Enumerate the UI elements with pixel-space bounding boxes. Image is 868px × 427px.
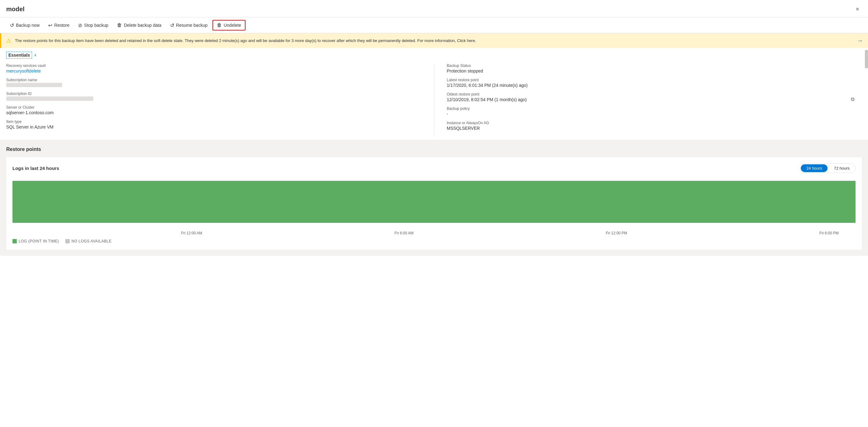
warning-icon: ⚠ <box>6 37 11 44</box>
backup-policy-value: - <box>447 112 862 116</box>
alert-banner: ⚠ The restore points for this backup ite… <box>0 33 868 48</box>
delete-backup-label: Delete backup data <box>124 23 161 28</box>
essentials-grid: Recovery services vault mercurysoftdelet… <box>6 63 862 135</box>
instance-value: MSSQLSERVER <box>447 126 862 131</box>
close-button[interactable]: × <box>853 4 862 14</box>
delete-backup-data-button[interactable]: 🗑 Delete backup data <box>113 21 165 30</box>
backup-status-label: Backup Status <box>447 63 862 68</box>
essentials-header[interactable]: Essentials ∧ <box>6 52 862 59</box>
oldest-restore-point-value: 12/10/2019, 8:02:54 PM (1 month(s) ago) <box>447 97 862 102</box>
chart-header: Logs in last 24 hours 24 hours 72 hours <box>12 163 856 173</box>
essentials-left-col: Recovery services vault mercurysoftdelet… <box>6 63 434 135</box>
chart-x-labels: Fri 12:00 AM Fri 6:00 AM Fri 12:00 PM Fr… <box>12 229 856 235</box>
essentials-section: Essentials ∧ Recovery services vault mer… <box>0 48 868 140</box>
stop-backup-icon: ⊘ <box>78 22 82 28</box>
instance-label: Instance or AlwaysOn AG <box>447 121 862 125</box>
chart-area: Fri 12:00 AM Fri 6:00 AM Fri 12:00 PM Fr… <box>12 179 856 235</box>
undelete-button[interactable]: 🗑 Undelete <box>213 20 245 30</box>
restore-button[interactable]: ↩ Restore <box>44 21 73 30</box>
window-title: model <box>6 6 25 13</box>
subscription-name-field: Subscription name <box>6 78 422 87</box>
stop-backup-label: Stop backup <box>84 23 108 28</box>
scrollbar-thumb[interactable] <box>865 50 868 68</box>
backup-policy-field: Backup policy - <box>447 106 862 116</box>
backup-now-label: Backup now <box>16 23 39 28</box>
alert-arrow-icon[interactable]: → <box>857 37 863 44</box>
recovery-vault-field: Recovery services vault mercurysoftdelet… <box>6 63 422 73</box>
x-label-0: Fri 12:00 AM <box>181 231 202 235</box>
server-cluster-label: Server or Cluster <box>6 105 422 110</box>
restore-points-section: Restore points Logs in last 24 hours 24 … <box>0 140 868 256</box>
instance-field: Instance or AlwaysOn AG MSSQLSERVER <box>447 121 862 131</box>
toolbar: ↺ Backup now ↩ Restore ⊘ Stop backup 🗑 D… <box>0 18 868 33</box>
server-cluster-value: sqlserver-1.contoso.com <box>6 110 422 115</box>
x-label-1: Fri 6:00 AM <box>395 231 413 235</box>
legend-no-logs-item: NO LOGS AVAILABLE <box>65 239 112 243</box>
copy-button[interactable]: ⧉ <box>850 95 856 103</box>
x-label-2: Fri 12:00 PM <box>606 231 627 235</box>
stop-backup-button[interactable]: ⊘ Stop backup <box>74 21 112 30</box>
subscription-name-label: Subscription name <box>6 78 422 82</box>
restore-label: Restore <box>54 23 69 28</box>
item-type-label: Item type <box>6 120 422 124</box>
legend-log-label: LOG (POINT IN TIME) <box>19 239 59 243</box>
svg-rect-0 <box>12 181 856 223</box>
chart-legend: LOG (POINT IN TIME) NO LOGS AVAILABLE <box>12 239 856 243</box>
delete-backup-icon: 🗑 <box>117 22 122 28</box>
essentials-title: Essentials <box>8 53 30 58</box>
undelete-label: Undelete <box>224 23 241 28</box>
legend-log-color <box>12 239 17 243</box>
scroll-container[interactable]: Essentials ∧ Recovery services vault mer… <box>0 48 868 427</box>
oldest-restore-point-label: Oldest restore point <box>447 92 862 96</box>
latest-restore-point-label: Latest restore point <box>447 78 862 82</box>
title-bar: model × <box>0 0 868 18</box>
subscription-id-value <box>6 96 93 101</box>
backup-status-field: Backup Status Protection stopped <box>447 63 862 73</box>
subscription-name-value <box>6 83 62 87</box>
subscription-id-label: Subscription ID <box>6 92 422 96</box>
oldest-restore-point-field: Oldest restore point 12/10/2019, 8:02:54… <box>447 92 862 102</box>
legend-log-item: LOG (POINT IN TIME) <box>12 239 59 243</box>
subscription-id-field: Subscription ID <box>6 92 422 101</box>
undelete-icon: 🗑 <box>217 22 222 28</box>
backup-policy-label: Backup policy <box>447 106 862 111</box>
item-type-value: SQL Server in Azure VM <box>6 124 422 129</box>
essentials-right-col: ⧉ Backup Status Protection stopped Lates… <box>434 63 862 135</box>
resume-backup-label: Resume backup <box>176 23 208 28</box>
chart-svg <box>12 179 856 229</box>
latest-restore-point-value: 1/17/2020, 6:01:34 PM (24 minute(s) ago) <box>447 83 862 88</box>
backup-now-button[interactable]: ↺ Backup now <box>6 21 43 30</box>
resume-backup-button[interactable]: ↺ Resume backup <box>166 21 211 30</box>
toggle-72h-button[interactable]: 72 hours <box>828 164 855 172</box>
alert-message: The restore points for this backup item … <box>15 38 853 43</box>
time-toggle: 24 hours 72 hours <box>800 163 856 173</box>
backup-now-icon: ↺ <box>10 22 14 28</box>
resume-backup-icon: ↺ <box>170 22 174 28</box>
item-type-field: Item type SQL Server in Azure VM <box>6 120 422 129</box>
restore-points-title: Restore points <box>6 147 862 152</box>
backup-status-value: Protection stopped <box>447 68 862 73</box>
essentials-dashed-box: Essentials <box>6 52 32 59</box>
essentials-chevron-icon: ∧ <box>34 53 37 57</box>
restore-icon: ↩ <box>48 22 52 28</box>
x-label-3: Fri 6:00 PM <box>819 231 839 235</box>
recovery-vault-label: Recovery services vault <box>6 63 422 68</box>
chart-container: Logs in last 24 hours 24 hours 72 hours … <box>6 157 862 250</box>
legend-no-logs-label: NO LOGS AVAILABLE <box>71 239 112 243</box>
server-cluster-field: Server or Cluster sqlserver-1.contoso.co… <box>6 105 422 115</box>
main-window: model × ↺ Backup now ↩ Restore ⊘ Stop ba… <box>0 0 868 427</box>
toggle-24h-button[interactable]: 24 hours <box>801 164 828 172</box>
legend-no-logs-color <box>65 239 70 243</box>
latest-restore-point-field: Latest restore point 1/17/2020, 6:01:34 … <box>447 78 862 88</box>
recovery-vault-value[interactable]: mercurysoftdelete <box>6 68 422 73</box>
chart-title: Logs in last 24 hours <box>12 165 59 171</box>
